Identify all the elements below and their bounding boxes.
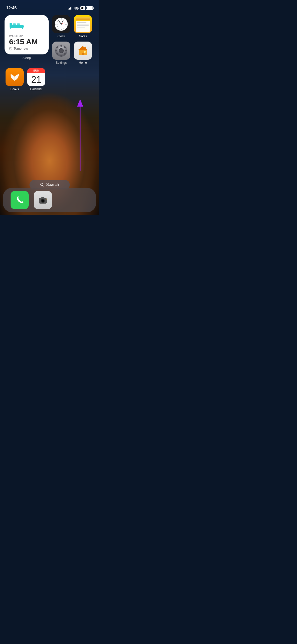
svg-point-33 [61,24,61,24]
svg-point-60 [39,199,40,200]
notes-app-label: Notes [79,35,87,38]
home-app-item: Home [74,42,92,65]
svg-text:3: 3 [65,23,66,25]
svg-rect-5 [22,27,23,29]
svg-text:12: 12 [60,19,62,20]
svg-rect-46 [82,53,84,55]
battery-percent: 85 [80,6,85,10]
notes-line-2 [77,24,89,24]
battery-fill [87,7,92,9]
notes-line-1 [77,22,86,23]
clock-app-label: Clock [57,35,65,38]
dock [3,188,96,212]
books-app-label: Books [10,87,19,91]
signal-bar-1 [68,9,69,10]
clock-app-item: 12 3 6 9 1 2 4 5 7 8 10 11 [52,15,70,38]
svg-line-54 [43,185,44,186]
phone-dock-item [11,191,29,209]
camera-app-icon[interactable] [34,191,52,209]
second-row: Books SUN 21 Calendar [5,68,94,91]
calendar-app-icon[interactable]: SUN 21 [27,68,45,86]
signal-bar-4 [72,7,72,10]
alarm-icon [9,47,13,50]
phone-app-icon[interactable] [11,191,29,209]
svg-text:9: 9 [57,23,58,25]
settings-app-label: Settings [56,61,67,65]
books-svg [9,71,21,83]
svg-rect-38 [65,50,67,51]
home-app-label: Home [79,61,87,65]
notes-header [76,17,90,20]
calendar-day-name: SUN [33,69,40,72]
books-app-item: Books [6,68,24,91]
app-row-clock-notes: 12 3 6 9 1 2 4 5 7 8 10 11 [52,15,92,38]
sleep-wake-time: 6:15 AM [9,38,44,46]
sleep-widget-container: WAKE UP 6:15 AM Tomorrow Sleep [5,15,49,60]
calendar-app-label: Calendar [30,87,43,91]
notes-line-4 [77,27,85,27]
svg-rect-3 [17,23,20,26]
svg-text:10: 10 [57,21,58,22]
search-label: Search [46,182,59,187]
camera-svg [37,195,48,206]
svg-text:6: 6 [61,28,62,30]
right-col: 12 3 6 9 1 2 4 5 7 8 10 11 [52,15,92,65]
svg-marker-52 [77,99,83,107]
app-row-settings-home: Settings [52,42,92,65]
svg-line-9 [10,47,10,48]
svg-marker-49 [78,46,88,50]
svg-point-59 [46,199,47,200]
search-icon [40,183,44,187]
battery-container: 85 [80,6,93,10]
status-right: 4G 85 [68,6,93,10]
notes-app-item: Notes [74,15,92,38]
svg-rect-4 [10,27,11,29]
home-house-svg [77,45,89,57]
svg-line-10 [12,47,12,48]
status-bar: 12:45 4G 85 [0,0,99,13]
svg-rect-35 [60,45,62,47]
notes-app-icon[interactable] [74,15,92,33]
home-app-icon[interactable] [74,42,92,60]
svg-rect-37 [55,50,57,51]
calendar-date: 21 [27,73,45,86]
sleep-wake-label: WAKE UP [9,35,44,38]
books-app-icon[interactable] [6,68,24,86]
svg-line-8 [11,49,11,49]
signal-bars [68,7,72,10]
sleep-tomorrow-label: Tomorrow [14,47,28,50]
sleep-alarm: Tomorrow [9,47,44,50]
svg-point-44 [59,49,63,53]
gear-svg [55,44,68,57]
svg-rect-36 [60,55,62,57]
calendar-app-item: SUN 21 Calendar [27,68,45,91]
top-row: WAKE UP 6:15 AM Tomorrow Sleep [5,15,94,65]
signal-bar-2 [69,8,70,10]
camera-dock-item [34,191,52,209]
network-type: 4G [74,6,79,10]
clock-face-svg: 12 3 6 9 1 2 4 5 7 8 10 11 [54,17,68,31]
purple-arrow [75,98,85,174]
clock-app-icon[interactable]: 12 3 6 9 1 2 4 5 7 8 10 11 [52,15,70,33]
settings-app-item: Settings [52,42,70,65]
settings-app-icon[interactable] [52,42,70,60]
notes-line-3 [77,25,89,26]
battery-icon [86,6,93,10]
sleep-widget[interactable]: WAKE UP 6:15 AM Tomorrow [5,15,49,54]
bed-icon [9,20,44,30]
signal-bar-3 [70,7,71,10]
sleep-app-label: Sleep [5,56,49,60]
svg-rect-2 [13,23,16,26]
status-time: 12:45 [6,6,17,11]
svg-rect-47 [84,51,86,53]
svg-rect-1 [10,23,12,28]
home-content: WAKE UP 6:15 AM Tomorrow Sleep [0,13,99,91]
phone-svg [14,195,25,205]
svg-point-58 [42,200,44,202]
calendar-header: SUN [27,68,45,73]
notes-lines [76,21,90,32]
